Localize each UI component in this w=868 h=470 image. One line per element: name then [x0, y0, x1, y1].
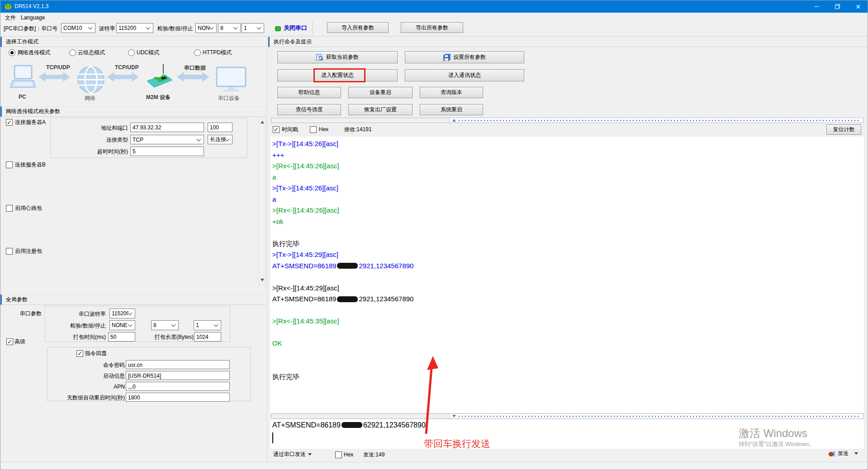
restore-button[interactable]	[827, 0, 848, 13]
apn-field[interactable]: ,,,0	[126, 382, 230, 391]
cmdpwd-field[interactable]: usr.cn	[126, 360, 230, 369]
radio-cloud-mode[interactable]	[69, 49, 76, 56]
radio-label-udc[interactable]: UDC模式	[137, 49, 159, 56]
server-a-port-field[interactable]: 100	[208, 123, 232, 132]
log-bottom-splitter[interactable]	[271, 413, 863, 419]
double-arrow-icon	[107, 72, 139, 82]
uart-parity-select[interactable]: NONE	[109, 320, 135, 330]
import-all-params-button[interactable]: 导入所有参数	[327, 22, 389, 33]
radio-label-net-transparent[interactable]: 网络透传模式	[18, 49, 50, 56]
link-label-tcp-udp-2: TCP/UDP	[115, 64, 139, 71]
server-b-label: 连接服务器B	[15, 161, 46, 168]
splitter-down-icon	[452, 415, 456, 418]
enter-comm-button[interactable]: 进入通讯状态	[405, 69, 524, 81]
node-label-network: 网络	[85, 95, 95, 102]
log-output[interactable]: >[Tx->][14:45:26][asc]+++>[Rx<-][14:45:2…	[270, 137, 864, 413]
send-hex-label: Hex	[344, 451, 353, 458]
left-panel-scrollbar[interactable]	[258, 118, 266, 285]
menu-language[interactable]: Language	[19, 14, 47, 22]
export-all-params-button[interactable]: 导出所有参数	[401, 22, 463, 33]
uart-baud-select[interactable]: 115200	[109, 309, 135, 318]
keep-alive-select[interactable]: 长连接	[208, 135, 232, 144]
uart-framing-label: 检验/数据/停止	[61, 322, 106, 329]
radio-label-cloud[interactable]: 云组态模式	[78, 49, 105, 56]
menu-bar: 文件 Language	[0, 13, 868, 22]
sent-count: 发送:149	[363, 451, 384, 458]
set-params-label: 设置所有参数	[453, 53, 486, 61]
help-info-button[interactable]: 帮助信息	[277, 87, 341, 98]
server-a-checkbox[interactable]	[6, 119, 13, 126]
regpack-checkbox[interactable]	[6, 248, 13, 255]
annotation-text: 带回车换行发送	[424, 437, 490, 450]
close-port-button[interactable]: 关闭串口	[284, 24, 307, 32]
log-top-splitter[interactable]	[271, 118, 863, 123]
signal-strength-button[interactable]: 查信号强度	[277, 104, 341, 115]
conn-type-select[interactable]: TCP	[130, 135, 204, 144]
minimize-button[interactable]	[806, 0, 827, 13]
chevron-down-icon	[128, 311, 133, 315]
uart-databits-select[interactable]: 8	[151, 320, 179, 330]
server-a-address-field[interactable]: 47.93.32.32	[130, 123, 204, 132]
log-line	[272, 305, 864, 316]
log-line: 执行完毕	[272, 371, 864, 383]
radio-httpd-mode[interactable]	[194, 49, 201, 56]
packlen-label: 打包长度(Bytes)	[146, 333, 194, 341]
idle-restart-field[interactable]: 1800	[126, 393, 230, 402]
scroll-up-icon[interactable]	[261, 121, 264, 123]
command-panel-header: 执行命令及提示	[268, 37, 868, 47]
packlen-field[interactable]: 1024	[194, 332, 221, 342]
parity-select[interactable]: NONI	[195, 23, 217, 33]
system-reboot-button[interactable]: 系统重启	[420, 104, 483, 115]
radio-label-httpd[interactable]: HTTPD模式	[203, 49, 232, 56]
censored-blob	[337, 296, 358, 302]
echo-checkbox[interactable]	[76, 350, 83, 357]
title-bar: DR514 V2.1.3 ✕	[0, 0, 868, 13]
node-label-serial-device: 串口设备	[218, 95, 240, 102]
idle-restart-label: 无数据自动重启时间(秒)	[49, 394, 125, 401]
bootinfo-field[interactable]: [USR-DR514]	[126, 371, 230, 380]
scroll-down-icon[interactable]	[261, 279, 264, 281]
query-version-button[interactable]: 查询版本	[420, 87, 483, 98]
panel-divider	[267, 36, 267, 462]
baud-select[interactable]: 115200	[116, 23, 153, 33]
close-button[interactable]: ✕	[848, 0, 868, 13]
stopbits-select[interactable]: 1	[242, 23, 264, 33]
chevron-down-icon	[88, 25, 93, 30]
send-button[interactable]: 发送	[828, 450, 858, 457]
get-params-button[interactable]: 获取当前参数	[277, 51, 398, 63]
menu-file[interactable]: 文件	[3, 14, 18, 22]
pc-serial-label: [PC串口参数]：串口号	[4, 25, 57, 32]
databits-select[interactable]: 8	[218, 23, 241, 33]
toolbar-separator	[312, 22, 313, 34]
advanced-checkbox[interactable]	[6, 338, 13, 345]
send-hex-checkbox[interactable]	[335, 451, 342, 458]
uart-stopbits-select[interactable]: 1	[194, 320, 221, 330]
device-reboot-button[interactable]: 设备重启	[348, 87, 413, 98]
timeout-field[interactable]: 5	[130, 147, 204, 156]
log-line: >[Tx->][14:45:26][asc]	[272, 183, 864, 194]
timestamp-checkbox[interactable]	[273, 126, 280, 133]
radio-net-transparent-mode[interactable]	[9, 49, 15, 56]
log-line: >[Rx<-][14:45:35][asc]	[272, 316, 864, 327]
window-title: DR514 V2.1.3	[14, 0, 48, 13]
packtime-field[interactable]: 50	[108, 332, 135, 342]
apn-label: APN	[80, 383, 125, 390]
com-port-select[interactable]: COM10	[61, 23, 95, 33]
reset-count-button[interactable]: 复位计数	[826, 124, 861, 135]
close-icon: ✕	[855, 4, 861, 10]
log-line: >[Tx->][14:45:29][asc]	[272, 249, 864, 261]
censored-blob	[337, 263, 358, 269]
chevron-down-icon	[225, 137, 230, 141]
set-params-button[interactable]: 设置所有参数	[405, 51, 524, 63]
send-via-serial-button[interactable]: 通过串口发送	[273, 451, 312, 458]
double-arrow-icon	[177, 72, 209, 82]
server-b-checkbox[interactable]	[6, 161, 13, 168]
heartbeat-checkbox[interactable]	[6, 205, 13, 212]
double-arrow-icon	[38, 72, 70, 82]
hex-display-checkbox[interactable]	[310, 126, 317, 133]
factory-reset-button[interactable]: 恢复出厂设置	[348, 104, 413, 115]
log-line	[272, 327, 864, 338]
chevron-down-icon	[171, 323, 176, 327]
work-mode-header: 选择工作模式	[0, 37, 266, 47]
radio-udc-mode[interactable]	[128, 49, 135, 56]
